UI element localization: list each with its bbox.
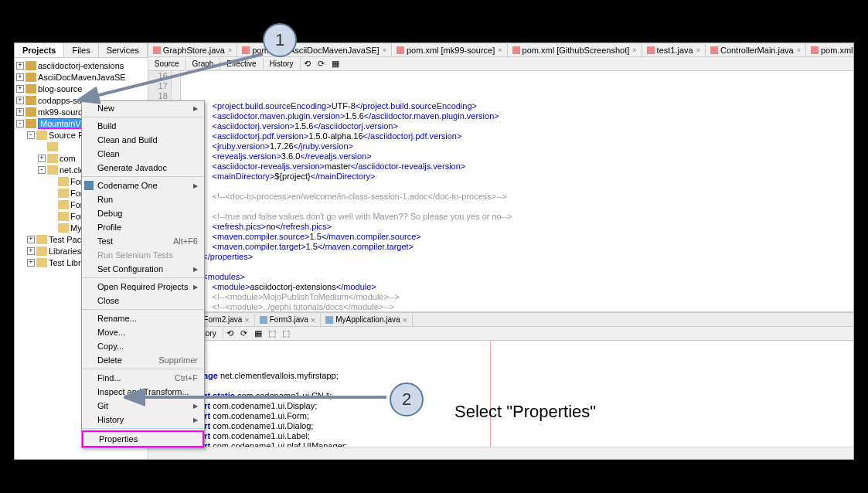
editor-tab[interactable]: test1.java× — [642, 44, 706, 56]
effective-btn[interactable]: Effective — [220, 58, 263, 70]
tree-label: mk99-source — [38, 107, 87, 117]
menu-item-new[interactable]: New▶ — [82, 101, 204, 115]
folder-icon — [47, 154, 58, 163]
panel-tabs: Projects Files Services — [15, 43, 148, 58]
editor-tab[interactable]: pom.xml [mk99-source]× — [392, 44, 508, 56]
close-icon[interactable]: × — [498, 46, 502, 54]
close-icon[interactable]: × — [632, 46, 636, 54]
menu-item-build[interactable]: Build — [82, 119, 204, 133]
expand-icon[interactable]: - — [38, 166, 46, 174]
file-icon — [397, 46, 404, 54]
tab-projects[interactable]: Projects — [15, 43, 64, 57]
editor-tab[interactable]: ControllerMain.java× — [706, 44, 806, 56]
file-icon — [260, 316, 267, 324]
editor-toolbar: Source Graph Effective History ⟲ ⟳ ▦ — [148, 57, 853, 71]
close-icon[interactable]: × — [311, 315, 315, 325]
bottom-panel: Output ×Form2.java ×Form3.java ×MyApplic… — [148, 311, 853, 447]
tree-item[interactable]: +asciidoctorj-extensions — [16, 60, 146, 71]
folder-icon — [36, 258, 47, 267]
menu-item-rename-[interactable]: Rename... — [82, 311, 204, 325]
toolbar-icon[interactable]: ▦ — [252, 328, 264, 339]
expand-icon[interactable]: + — [38, 155, 46, 162]
menu-item-delete[interactable]: DeleteSupprimer — [82, 353, 204, 367]
bottom-tab[interactable]: MyApplication.java × — [321, 314, 413, 326]
history-btn[interactable]: History — [264, 58, 301, 70]
expand-icon[interactable]: + — [16, 97, 24, 104]
tree-label: AsciiDocMavenJavaSE — [38, 73, 126, 82]
menu-item-profile[interactable]: Profile — [82, 220, 204, 234]
annotation-instruction: Select "Properties" — [454, 402, 596, 422]
close-icon[interactable]: × — [403, 315, 407, 325]
annotation-2: 2 — [390, 382, 424, 416]
menu-item-set-configuration[interactable]: Set Configuration▶ — [82, 262, 204, 276]
xml-editor[interactable]: 1617181920212223242526272829303132333435… — [148, 71, 853, 311]
folder-icon — [58, 200, 69, 209]
expand-icon[interactable]: + — [16, 73, 24, 81]
folder-icon — [36, 235, 47, 244]
editor-tabs: GraphStore.java×pom.xml [AsciiDocMavenJa… — [148, 43, 853, 57]
expand-icon[interactable]: + — [27, 259, 35, 267]
editor-tab[interactable]: pom.xml [GithubScreenshot]× — [508, 44, 642, 56]
toolbar-icon[interactable]: ⟳ — [315, 59, 328, 70]
file-icon — [153, 46, 161, 54]
expand-icon[interactable]: + — [16, 108, 24, 116]
menu-item-copy-[interactable]: Copy... — [82, 339, 204, 353]
menu-item-clean-and-build[interactable]: Clean and Build — [82, 133, 204, 147]
close-icon[interactable]: × — [383, 46, 386, 54]
expand-icon[interactable]: - — [16, 120, 24, 128]
graph-btn[interactable]: Graph — [186, 58, 221, 70]
folder-icon — [36, 246, 47, 256]
close-icon[interactable]: × — [244, 315, 249, 325]
menu-item-move-[interactable]: Move... — [82, 325, 204, 339]
file-icon — [242, 46, 250, 54]
menu-item-run[interactable]: Run — [82, 192, 204, 206]
menu-item-open-required-projects[interactable]: Open Required Projects▶ — [82, 280, 204, 294]
annotation-1: 1 — [263, 23, 297, 57]
java-editor[interactable]: 1234567891011121314 package net.clementl… — [148, 341, 853, 447]
tree-item[interactable]: +blog-source — [16, 83, 146, 94]
toolbar-icon[interactable]: ⬚ — [280, 328, 292, 339]
close-icon[interactable]: × — [228, 46, 232, 54]
menu-item-find-[interactable]: Find...Ctrl+F — [82, 371, 204, 385]
folder-icon — [26, 96, 36, 105]
menu-item-clean[interactable]: Clean — [82, 147, 204, 161]
tab-files[interactable]: Files — [64, 43, 98, 57]
file-icon — [710, 46, 718, 54]
folder-icon — [26, 119, 36, 128]
menu-item-inspect-and-transform-[interactable]: Inspect and Transform... — [82, 385, 204, 399]
menu-item-test[interactable]: TestAlt+F6 — [82, 234, 204, 248]
source-btn[interactable]: Source — [148, 58, 186, 70]
toolbar-icon[interactable]: ⬚ — [266, 328, 278, 339]
editor-tab[interactable]: pom.xml [AsciiDocMavenJavaSE]× — [237, 44, 392, 56]
file-icon — [647, 46, 655, 54]
editor-tab[interactable]: GraphStore.java× — [148, 44, 237, 56]
tree-item[interactable]: +AsciiDocMavenJavaSE — [16, 71, 146, 83]
tree-label: blog-source — [38, 84, 82, 94]
toolbar-icon[interactable]: ⟳ — [238, 328, 250, 339]
bottom-tab[interactable]: Form3.java × — [255, 314, 321, 326]
menu-item-history[interactable]: History▶ — [82, 413, 204, 427]
expand-icon[interactable]: - — [27, 131, 35, 139]
expand-icon[interactable]: + — [16, 85, 24, 93]
tree-label: com — [60, 154, 76, 163]
menu-item-git[interactable]: Git▶ — [82, 399, 204, 413]
status-bar: 1:1 — [148, 447, 853, 459]
editor-tab[interactable]: pom.xml [GithubScreenshotJavaSE]× — [806, 44, 853, 56]
menu-item-close[interactable]: Close — [82, 294, 204, 308]
menu-item-properties[interactable]: Properties — [82, 430, 204, 447]
close-icon[interactable]: × — [797, 46, 801, 54]
menu-item-debug[interactable]: Debug — [82, 206, 204, 220]
expand-icon[interactable]: + — [27, 247, 35, 255]
expand-icon[interactable]: + — [16, 62, 24, 70]
tab-services[interactable]: Services — [99, 43, 148, 57]
folder-icon — [47, 142, 58, 151]
expand-icon[interactable]: + — [27, 236, 35, 243]
toolbar-icon[interactable]: ▦ — [329, 59, 342, 70]
close-icon[interactable]: × — [696, 46, 700, 54]
folder-icon — [58, 212, 69, 221]
toolbar-icon[interactable]: ⟲ — [301, 59, 314, 70]
folder-icon — [26, 61, 36, 70]
menu-item-generate-javadoc[interactable]: Generate Javadoc — [82, 161, 204, 175]
menu-item-codename-one[interactable]: Codename One▶ — [82, 178, 204, 192]
toolbar-icon[interactable]: ⟲ — [224, 328, 237, 339]
